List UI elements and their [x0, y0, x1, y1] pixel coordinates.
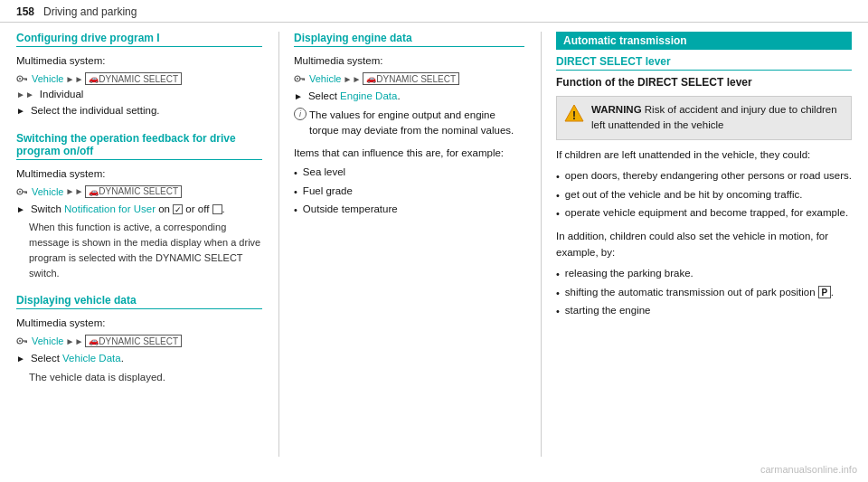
bullet-text-1: Select the individual setting.	[31, 103, 160, 118]
add-bullet-2: • shifting the automatic transmission ou…	[556, 285, 852, 301]
direct-select-heading: DIRECT SELECT lever	[556, 55, 852, 71]
dynamic-select-box-2: 🚗 DYNAMIC SELECT	[85, 185, 182, 198]
individual-label: Individual	[40, 89, 84, 99]
list-item-temp: • Outside temperature	[294, 202, 524, 218]
dbl-arrow-2: ►►	[65, 186, 83, 196]
add-bullet-text-1: releasing the parking brake.	[565, 266, 693, 281]
add-bullet-3: • starting the engine	[556, 303, 852, 319]
bullet-dot-a1: •	[556, 267, 560, 282]
warning-box: ! WARNING Risk of accident and injury du…	[556, 96, 852, 140]
auto-trans-header: Automatic transmission	[556, 32, 852, 50]
bullet-text-switch: Switch Notification for User on or off .	[31, 202, 225, 217]
bullet-arrow-mid: ►	[294, 90, 303, 103]
mid-column: Displaying engine data Multimedia system…	[278, 32, 541, 457]
dbl-arrow-ind: ►►	[16, 90, 34, 99]
bullet-dot-r2: •	[556, 188, 560, 203]
bullet-arrow-3: ►	[16, 352, 25, 365]
bullet-text-r1: open doors, thereby endangering other pe…	[565, 168, 852, 184]
nav-path-mid: Vehicle ►► 🚗 DYNAMIC SELECT	[294, 72, 524, 85]
bullet-dot-temp: •	[294, 203, 297, 218]
nav-vehicle-3: Vehicle	[32, 336, 63, 346]
bullet-switch-1: ► Switch Notification for User on or off…	[16, 202, 262, 217]
item-sea: Sea level	[303, 165, 345, 180]
bullet-dot-a3: •	[556, 304, 560, 319]
bullet-engine-select: ► Select Engine Data.	[294, 89, 524, 104]
bullet-dot-fuel: •	[294, 184, 297, 200]
intro-text: If children are left unattended in the v…	[556, 147, 852, 164]
section-switching: Switching the operation feedback for dri…	[16, 132, 262, 160]
svg-point-11	[19, 340, 21, 342]
section-vehicle-data: Displaying vehicle data	[16, 294, 262, 309]
bullet-dot-r1: •	[556, 169, 560, 184]
page-container: 158 Driving and parking Configuring driv…	[0, 0, 868, 482]
multimedia-label-mid: Multimedia system:	[294, 53, 524, 69]
bullet-text-vehicle: Select Vehicle Data.	[31, 351, 124, 366]
multimedia-label-2: Multimedia system:	[16, 166, 262, 182]
nav-path-1: Vehicle ►► 🚗 DYNAMIC SELECT	[16, 72, 262, 85]
warning-label: WARNING	[591, 104, 642, 115]
dynamic-select-box-3: 🚗 DYNAMIC SELECT	[85, 335, 182, 347]
info-row-engine: i The values for engine output and engin…	[294, 108, 524, 143]
bullet-right-3: • operate vehicle equipment and become t…	[556, 205, 852, 222]
bullet-arrow-2: ►	[16, 203, 25, 216]
bullet-right-1: • open doors, thereby endangering other …	[556, 168, 852, 184]
nav-path-2: Vehicle ►► 🚗 DYNAMIC SELECT	[16, 185, 262, 198]
p-box: P	[818, 286, 831, 298]
warning-text: WARNING Risk of accident and injury due …	[591, 102, 844, 134]
page-number: 158	[16, 5, 34, 18]
item-temp: Outside temperature	[303, 202, 398, 217]
svg-point-6	[19, 191, 21, 193]
key-icon-2	[16, 186, 27, 197]
engine-info-text: The values for engine output and engine …	[309, 108, 524, 139]
section-config-drive: Configuring drive program I	[16, 32, 262, 47]
key-icon	[16, 73, 27, 84]
bullet-dot-r3: •	[556, 206, 560, 222]
key-icon-mid	[294, 73, 305, 84]
page-header: 158 Driving and parking	[0, 0, 868, 23]
dynamic-select-box-1: 🚗 DYNAMIC SELECT	[85, 72, 182, 85]
columns-container: Configuring drive program I Multimedia s…	[0, 23, 868, 466]
nav-individual-1: ►► Individual	[16, 89, 262, 99]
list-item-fuel: • Fuel grade	[294, 184, 524, 200]
key-icon-3	[16, 336, 27, 346]
svg-text:!: !	[572, 109, 576, 122]
page-title: Driving and parking	[43, 5, 137, 18]
nav-path-3: Vehicle ►► 🚗 DYNAMIC SELECT	[16, 335, 262, 347]
info-icon: i	[294, 108, 307, 120]
dynamic-select-box-mid: 🚗 DYNAMIC SELECT	[363, 72, 459, 85]
additional-text: In addition, children could also set the…	[556, 229, 852, 261]
left-column: Configuring drive program I Multimedia s…	[16, 32, 278, 457]
notification-link: Notification for User	[64, 203, 156, 214]
multimedia-label-3: Multimedia system:	[16, 316, 262, 331]
vehicle-data-link: Vehicle Data	[62, 353, 121, 364]
switch-note: When this function is active, a correspo…	[16, 220, 262, 281]
add-bullet-text-3: starting the engine	[565, 303, 651, 318]
items-label: Items that can influence this are, for e…	[294, 146, 524, 161]
svg-point-16	[297, 78, 298, 80]
nav-vehicle-mid: Vehicle	[309, 73, 341, 84]
bullet-text-r3: operate vehicle equipment and become tra…	[565, 205, 848, 221]
dbl-arrow-1: ►►	[65, 74, 83, 84]
bullet-vehicle-data: ► Select Vehicle Data.	[16, 351, 262, 366]
item-fuel: Fuel grade	[303, 184, 353, 199]
list-item-sea: • Sea level	[294, 165, 524, 181]
bullet-right-2: • get out of the vehicle and be hit by o…	[556, 187, 852, 203]
checkbox-off	[212, 204, 222, 214]
bullet-dot-a2: •	[556, 286, 560, 301]
svg-point-1	[19, 78, 21, 80]
multimedia-label-1: Multimedia system:	[16, 53, 262, 69]
nav-vehicle-2: Vehicle	[32, 186, 63, 197]
bullet-dot-sea: •	[294, 165, 297, 181]
bullet-text-r2: get out of the vehicle and be hit by onc…	[565, 187, 803, 203]
section-engine-data: Displaying engine data	[294, 32, 524, 47]
dbl-arrow-mid: ►►	[343, 74, 361, 84]
bullet-text-engine: Select Engine Data.	[308, 89, 401, 104]
dbl-arrow-3: ►►	[65, 336, 83, 346]
bullet-arrow-1: ►	[16, 104, 25, 118]
add-bullet-text-2: shifting the automatic transmission out …	[565, 285, 834, 300]
add-bullet-1: • releasing the parking brake.	[556, 266, 852, 282]
engine-data-link: Engine Data	[340, 90, 397, 101]
bullet-config-1: ► Select the individual setting.	[16, 103, 262, 118]
warning-triangle-icon: !	[564, 103, 584, 123]
watermark: carmanualsonline.info	[760, 464, 857, 475]
